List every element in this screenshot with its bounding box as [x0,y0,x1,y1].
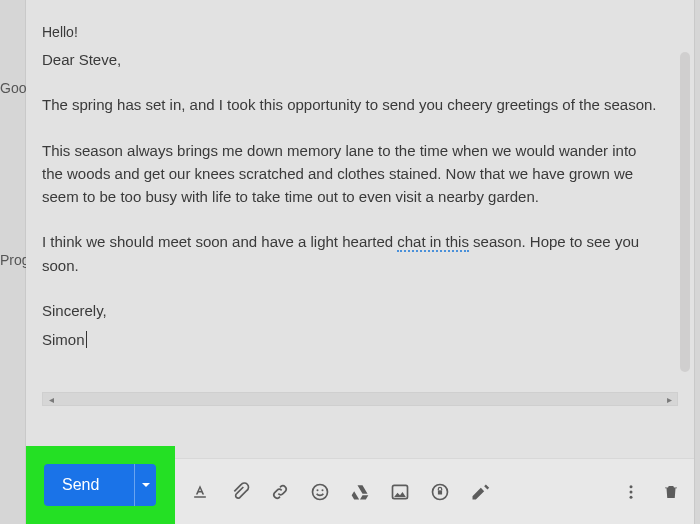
insert-signature-icon[interactable] [470,482,490,502]
body-paragraph: The spring has set in, and I took this o… [42,93,658,116]
body-signoff: Sincerely, [42,299,658,322]
svg-point-2 [322,489,324,491]
send-button[interactable]: Send [44,464,156,506]
send-options-dropdown[interactable] [134,464,156,506]
subject-field[interactable]: Hello! [26,0,694,48]
vertical-scrollbar[interactable] [680,52,690,372]
svg-point-8 [630,495,633,498]
svg-point-7 [630,490,633,493]
scroll-left-arrow-icon[interactable]: ◂ [45,394,57,406]
scroll-right-arrow-icon[interactable]: ▸ [663,394,675,406]
horizontal-scrollbar[interactable]: ◂ ▸ [42,392,678,406]
format-text-icon[interactable] [190,482,210,502]
body-signature: Simon [42,328,658,351]
body-salutation: Dear Steve, [42,48,658,71]
chevron-down-icon [141,480,151,490]
spellcheck-underline[interactable]: chat in this [397,233,469,252]
confidential-mode-icon[interactable] [430,482,450,502]
attach-file-icon[interactable] [230,482,250,502]
svg-point-6 [630,485,633,488]
discard-draft-icon[interactable] [662,483,680,501]
body-paragraph: I think we should meet soon and have a l… [42,230,658,277]
svg-rect-5 [438,490,442,494]
body-paragraph: This season always brings me down memory… [42,139,658,209]
insert-drive-icon[interactable] [350,482,370,502]
compose-body[interactable]: Dear Steve, The spring has set in, and I… [42,48,678,388]
send-button-label: Send [44,476,99,494]
compose-window: Hello! Dear Steve, The spring has set in… [26,0,694,524]
body-text: I think we should meet soon and have a l… [42,233,397,250]
insert-emoji-icon[interactable] [310,482,330,502]
svg-point-1 [317,489,319,491]
more-options-icon[interactable] [622,483,640,501]
background-text-fragment: Goo [0,80,26,96]
insert-photo-icon[interactable] [390,482,410,502]
insert-link-icon[interactable] [270,482,290,502]
svg-point-0 [313,484,328,499]
